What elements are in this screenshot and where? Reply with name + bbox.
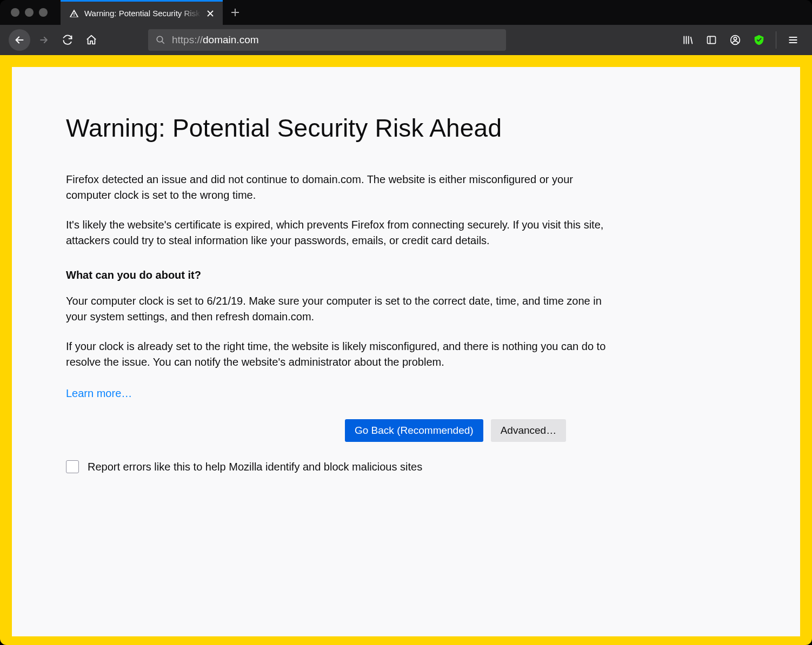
library-button[interactable]	[677, 30, 698, 50]
home-button[interactable]	[81, 30, 102, 50]
titlebar: Warning: Potential Security Risk	[0, 0, 812, 25]
url-domain: domain.com	[203, 34, 259, 45]
error-paragraph-1: Firefox detected an issue and did not co…	[66, 172, 607, 203]
protection-shield-icon[interactable]	[749, 30, 769, 50]
sidebar-button[interactable]	[701, 30, 722, 50]
account-button[interactable]	[725, 30, 746, 50]
button-row: Go Back (Recommended) Advanced…	[345, 419, 607, 442]
viewport: Warning: Potential Security Risk Ahead F…	[0, 55, 812, 645]
search-icon	[156, 35, 165, 45]
traffic-light-zoom[interactable]	[39, 8, 48, 17]
tab-fade	[179, 3, 201, 25]
advanced-button[interactable]: Advanced…	[491, 419, 567, 442]
url-bar[interactable]: https://domain.com	[148, 29, 506, 51]
new-tab-button[interactable]	[223, 0, 248, 25]
back-button[interactable]	[9, 29, 30, 51]
svg-point-3	[734, 37, 736, 40]
error-paragraph-3: Your computer clock is set to 6/21/19. M…	[66, 293, 607, 325]
report-label: Report errors like this to help Mozilla …	[88, 461, 422, 473]
svg-rect-1	[708, 36, 716, 43]
reload-button[interactable]	[57, 30, 78, 50]
report-checkbox[interactable]	[66, 460, 79, 473]
error-paragraph-2: It's likely the website's certificate is…	[66, 217, 607, 248]
error-paragraph-4: If your clock is already set to the righ…	[66, 339, 607, 370]
error-content: Warning: Potential Security Risk Ahead F…	[66, 113, 607, 473]
navbar: https://domain.com	[0, 25, 812, 55]
traffic-light-close[interactable]	[11, 8, 19, 17]
browser-tab[interactable]: Warning: Potential Security Risk	[61, 0, 223, 25]
close-tab-icon[interactable]	[205, 9, 215, 18]
app-menu-button[interactable]	[783, 30, 803, 50]
report-row: Report errors like this to help Mozilla …	[66, 460, 607, 473]
forward-button[interactable]	[34, 30, 54, 50]
window-controls	[0, 8, 61, 17]
error-subheading: What can you do about it?	[66, 269, 607, 281]
navbar-separator	[776, 31, 776, 49]
error-page: Warning: Potential Security Risk Ahead F…	[12, 67, 800, 636]
learn-more-link[interactable]: Learn more…	[66, 387, 132, 400]
url-text: https://domain.com	[172, 34, 259, 46]
traffic-light-minimize[interactable]	[25, 8, 34, 17]
svg-point-0	[157, 36, 163, 42]
browser-window: Warning: Potential Security Risk	[0, 0, 812, 645]
warning-icon	[69, 9, 79, 18]
go-back-button[interactable]: Go Back (Recommended)	[345, 419, 483, 442]
url-protocol: https://	[172, 34, 203, 45]
page-title: Warning: Potential Security Risk Ahead	[66, 113, 607, 143]
